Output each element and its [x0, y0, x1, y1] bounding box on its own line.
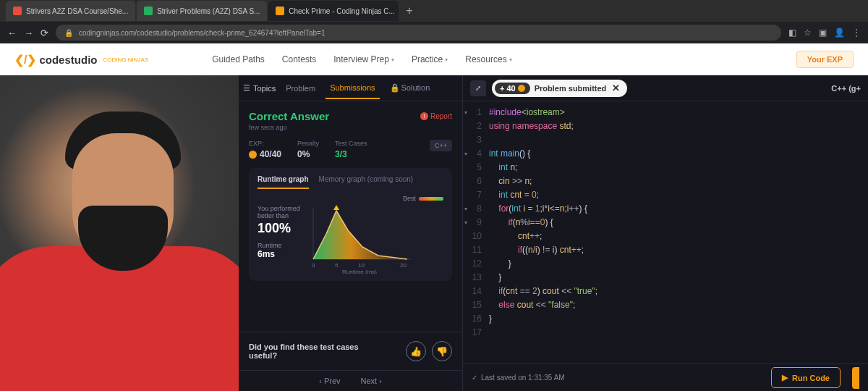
panel-tabs: ☰Topics Problem Submissions 🔒Solution	[239, 75, 462, 101]
favicon-icon	[276, 7, 284, 15]
stat-penalty: Penalty 0%	[297, 140, 319, 159]
problem-nav: ‹ Prev Next ›	[239, 370, 462, 391]
tab-label: Striver Problems (A2Z) DSA S...	[157, 7, 260, 15]
chrome-actions: ◧ ☆ ▣ 👤 ⋮	[788, 28, 861, 38]
tab-runtime-graph[interactable]: Runtime graph	[258, 175, 309, 189]
address-bar[interactable]: 🔒 codingninjas.com/codestudio/problems/c…	[56, 25, 781, 41]
site-header: ❮/❯ codestudio CODING NINJAS Guided Path…	[0, 43, 868, 75]
your-exp-button[interactable]: Your EXP	[796, 51, 854, 68]
address-row: ← → ⟳ 🔒 codingninjas.com/codestudio/prob…	[0, 22, 868, 43]
chevron-down-icon: ▾	[445, 56, 448, 63]
thumbs-up-button[interactable]: 👍	[406, 341, 426, 361]
feedback-question: Did you find these test cases useful?	[249, 342, 372, 360]
extension-icon[interactable]: ◧	[788, 28, 796, 38]
chevron-down-icon: ▾	[509, 56, 512, 63]
menu-icon[interactable]: ⋮	[852, 28, 861, 38]
reload-button[interactable]: ⟳	[41, 28, 48, 38]
percentile-value: 100%	[258, 221, 300, 236]
nav-guided-paths[interactable]: Guided Paths	[212, 54, 265, 64]
result-panel: ☰Topics Problem Submissions 🔒Solution Co…	[239, 75, 463, 391]
svg-text:20: 20	[400, 262, 407, 269]
report-button[interactable]: !Report	[420, 112, 452, 120]
stat-exp: EXP: 40/40	[249, 140, 281, 159]
runtime-graph-card: Runtime graph Memory graph (coming soon)…	[249, 168, 452, 281]
close-icon[interactable]: ✕	[610, 83, 621, 93]
feedback-row: Did you find these test cases useful? 👍 …	[239, 332, 462, 370]
editor-footer: ✓Last saved on 1:31:35 AM ▶Run Code	[463, 363, 868, 391]
submission-toast: + 40 Problem submitted ✕	[492, 80, 627, 97]
points-badge: + 40	[495, 83, 530, 94]
best-legend: Best	[258, 195, 443, 202]
tab-memory-graph: Memory graph (coming soon)	[319, 175, 414, 189]
perf-text: You performed	[258, 205, 300, 212]
url-text: codingninjas.com/codestudio/problems/che…	[79, 29, 326, 37]
logo-icon: ❮/❯	[14, 53, 36, 67]
editor-panel: ⤢ + 40 Problem submitted ✕ C++ (g+ ▾1#in…	[463, 75, 868, 391]
language-badge[interactable]: C++	[430, 140, 452, 151]
coin-icon	[249, 151, 257, 159]
nav-resources[interactable]: Resources▾	[465, 54, 511, 64]
forward-button[interactable]: →	[24, 28, 33, 38]
verdict-text: Correct Answer	[249, 110, 329, 122]
back-button[interactable]: ←	[7, 28, 17, 38]
tab-submissions[interactable]: Submissions	[326, 77, 379, 99]
nav-interview-prep[interactable]: Interview Prep▾	[333, 54, 394, 64]
coin-icon	[518, 85, 525, 92]
browser-tab[interactable]: Strivers A2Z DSA Course/She...	[6, 1, 135, 21]
expand-button[interactable]: ⤢	[470, 80, 486, 96]
play-icon: ▶	[782, 373, 788, 382]
browser-tab[interactable]: Striver Problems (A2Z) DSA S...	[137, 1, 267, 21]
thumbs-down-button[interactable]: 👎	[432, 341, 452, 361]
run-code-button[interactable]: ▶Run Code	[771, 367, 841, 388]
svg-text:Runtime (ms): Runtime (ms)	[342, 269, 377, 274]
favicon-icon	[144, 7, 153, 15]
tab-solution[interactable]: 🔒Solution	[386, 77, 435, 98]
timestamp: few secs ago	[249, 124, 452, 131]
webcam-overlay	[0, 75, 239, 391]
prev-button[interactable]: ‹ Prev	[319, 377, 340, 385]
last-saved: ✓Last saved on 1:31:35 AM	[472, 374, 565, 382]
runtime-chart: 0 5 10 20 Runtime (ms)	[306, 205, 443, 277]
alert-icon: !	[420, 112, 428, 120]
perf-text: better than	[258, 212, 300, 219]
tab-problem[interactable]: Problem	[281, 78, 320, 98]
nav-practice[interactable]: Practice▾	[412, 54, 448, 64]
svg-marker-2	[333, 205, 339, 210]
extension-icon[interactable]: ▣	[819, 28, 827, 38]
language-selector[interactable]: C++ (g+	[831, 84, 861, 93]
logo[interactable]: ❮/❯ codestudio CODING NINJAS	[14, 53, 148, 67]
menu-icon: ☰	[243, 83, 250, 93]
new-tab-button[interactable]: +	[400, 4, 418, 17]
gradient-legend-icon	[419, 197, 443, 201]
toast-text: Problem submitted	[535, 84, 607, 93]
svg-text:0: 0	[312, 262, 315, 269]
browser-tab-active[interactable]: Check Prime - Coding Ninjas C...	[268, 1, 399, 21]
tab-label: Strivers A2Z DSA Course/She...	[26, 7, 128, 15]
browser-tabs: Strivers A2Z DSA Course/She... Striver P…	[0, 0, 868, 22]
chevron-down-icon: ▾	[391, 56, 394, 63]
svg-text:5: 5	[335, 262, 339, 269]
profile-icon[interactable]: 👤	[834, 28, 845, 38]
favicon-icon	[13, 7, 22, 15]
logo-subtext: CODING NINJAS	[103, 56, 148, 63]
lock-icon: 🔒	[64, 29, 73, 37]
next-button[interactable]: Next ›	[361, 377, 382, 385]
logo-text: codestudio	[39, 54, 97, 66]
stat-testcases: Test Cases 3/3	[335, 140, 367, 159]
check-icon: ✓	[472, 374, 477, 382]
runtime-value: 6ms	[258, 249, 300, 259]
runtime-label: Runtime	[258, 242, 300, 249]
code-editor[interactable]: ▾1#include<iostream> 2using namespace st…	[463, 101, 868, 363]
nav-contests[interactable]: Contests	[282, 54, 316, 64]
extension-icon[interactable]: ☆	[804, 28, 812, 38]
lock-icon: 🔒	[390, 83, 400, 92]
browser-chrome: Strivers A2Z DSA Course/She... Striver P…	[0, 0, 868, 43]
editor-toolbar: ⤢ + 40 Problem submitted ✕ C++ (g+	[463, 75, 868, 101]
topics-button[interactable]: ☰Topics	[243, 83, 276, 93]
svg-text:10: 10	[358, 262, 365, 269]
tab-label: Check Prime - Coding Ninjas C...	[289, 7, 395, 15]
submit-button[interactable]	[852, 367, 859, 389]
